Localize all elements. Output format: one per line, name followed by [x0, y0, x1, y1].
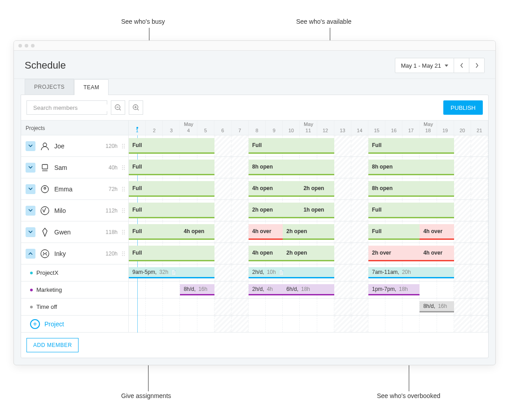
schedule-bar[interactable]: 7am-11am, 20h [368, 267, 454, 278]
month-label: May [184, 121, 193, 127]
schedule-bar[interactable]: 4h over [420, 224, 454, 240]
zoom-out-button[interactable] [111, 100, 125, 115]
avatar [39, 205, 51, 216]
drag-handle[interactable] [121, 165, 124, 170]
drag-handle[interactable] [121, 187, 124, 191]
schedule-bar[interactable]: 8h/d, 16h [180, 284, 214, 295]
expand-toggle[interactable] [26, 206, 35, 216]
day-header-cell: 2 [146, 121, 163, 135]
schedule-bar[interactable]: 2h/d, 4h [249, 284, 283, 295]
member-name: Gwen [54, 229, 71, 236]
avatar [39, 248, 51, 260]
schedule-bar[interactable]: 6h/d, 18h [283, 284, 334, 295]
avatar [39, 162, 51, 173]
schedule-bar[interactable]: 8h open [249, 160, 334, 175]
date-range-picker[interactable]: May 1 - May 21 [395, 58, 454, 73]
search-input-wrapper[interactable] [26, 100, 107, 115]
page-title: Schedule [25, 60, 66, 71]
columns-header: Projects [21, 121, 129, 135]
member-name: Sam [54, 164, 67, 171]
search-input[interactable] [33, 104, 109, 111]
member-name: Milo [54, 207, 66, 214]
month-label: May [304, 121, 313, 127]
schedule-bar[interactable]: 8h open [368, 160, 454, 175]
schedule-bar[interactable]: Full [129, 224, 180, 240]
schedule-bar[interactable]: 2h open [283, 224, 334, 240]
schedule-bar[interactable]: 8h open [368, 181, 454, 197]
day-header-cell: 12 [317, 121, 334, 135]
zoom-in-button[interactable] [129, 100, 143, 115]
day-header-cell: 10 [283, 121, 300, 135]
plus-icon: + [30, 319, 40, 329]
chevron-right-icon [475, 63, 479, 68]
prev-button[interactable] [454, 58, 469, 73]
svg-point-16 [44, 252, 44, 253]
schedule-bar[interactable]: 4h open [249, 181, 300, 197]
svg-point-9 [43, 143, 47, 147]
member-hours: 112h [105, 208, 118, 214]
chevron-down-icon [28, 144, 33, 147]
schedule-bar[interactable]: 4h open [180, 224, 214, 240]
schedule-bar[interactable]: 8h/d, 16h [420, 301, 454, 312]
expand-toggle[interactable] [26, 227, 35, 237]
add-project-button[interactable]: +Project [30, 319, 64, 329]
member-hours: 72h [109, 186, 118, 192]
schedule-bar[interactable]: 2h open [249, 203, 300, 218]
note-icon: 📄 [279, 270, 284, 275]
date-range-label: May 1 - May 21 [401, 62, 441, 69]
tab-team[interactable]: TEAM [74, 79, 109, 95]
schedule-bar[interactable]: 1h open [300, 203, 334, 218]
next-button[interactable] [469, 58, 485, 73]
drag-handle[interactable] [121, 208, 124, 213]
expand-toggle[interactable] [26, 184, 35, 194]
annotation-available: See who's available [296, 18, 351, 25]
project-color-dot [30, 289, 33, 291]
schedule-bar[interactable]: Full [368, 224, 420, 240]
avatar [39, 140, 51, 152]
schedule-bar[interactable]: Full [249, 138, 334, 154]
day-header-cell: 5 [197, 121, 214, 135]
svg-point-17 [46, 252, 47, 253]
schedule-bar[interactable]: Full [129, 203, 214, 218]
schedule-bar[interactable]: 2h over [368, 246, 420, 261]
chevron-down-icon [28, 166, 33, 169]
schedule-bar[interactable]: 4h over [249, 224, 283, 240]
schedule-bar[interactable]: Full [129, 246, 214, 261]
day-header-cell: 3 [163, 121, 180, 135]
expand-toggle[interactable] [26, 249, 35, 259]
schedule-bar[interactable]: Full [129, 138, 214, 154]
schedule-bar[interactable]: 1pm-7pm, 18h [368, 284, 420, 295]
drag-handle[interactable] [121, 230, 124, 234]
project-color-dot [30, 306, 33, 308]
tab-projects[interactable]: PROJECTS [25, 79, 74, 95]
schedule-bar[interactable]: 9am-5pm, 32h📄 [129, 267, 214, 278]
day-header-cell: 17 [402, 121, 420, 135]
schedule-bar[interactable]: 2h/d, 10h📄 [249, 267, 334, 278]
traffic-light-icon [18, 44, 22, 48]
member-hours: 40h [109, 165, 118, 171]
day-header-cell: 15 [368, 121, 385, 135]
day-header-cell: 14 [351, 121, 368, 135]
schedule-bar[interactable]: Full [368, 203, 454, 218]
day-header-cell: 13 [334, 121, 351, 135]
schedule-bar[interactable]: 4h open [249, 246, 283, 261]
day-header-cell: 1 [129, 121, 146, 135]
schedule-bar[interactable]: Full [129, 181, 214, 197]
schedule-bar[interactable]: 2h open [300, 181, 334, 197]
schedule-bar[interactable]: 4h over [420, 246, 454, 261]
drag-handle[interactable] [121, 144, 124, 148]
schedule-bar[interactable]: Full [129, 160, 214, 175]
member-hours: 118h [105, 229, 118, 235]
schedule-bar[interactable]: 2h open [283, 246, 334, 261]
day-header-cell: 21 [471, 121, 488, 135]
schedule-bar[interactable]: Full [368, 138, 454, 154]
chevron-down-icon [28, 230, 33, 234]
project-name: Marketing [36, 286, 62, 293]
expand-toggle[interactable] [26, 141, 35, 151]
drag-handle[interactable] [121, 251, 124, 256]
member-hours: 120h [105, 143, 118, 149]
expand-toggle[interactable] [26, 163, 35, 173]
publish-button[interactable]: PUBLISH [443, 100, 483, 115]
day-header-cell: 20 [454, 121, 471, 135]
add-member-button[interactable]: ADD MEMBER [26, 338, 79, 352]
